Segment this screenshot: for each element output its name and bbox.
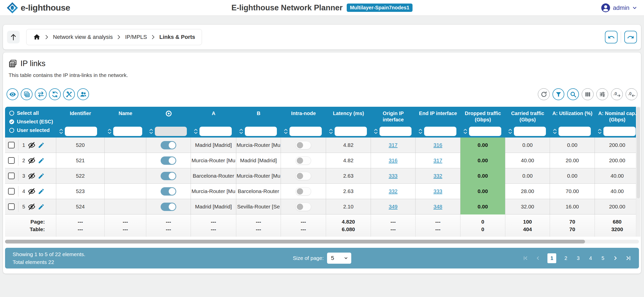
refresh-button[interactable]	[538, 88, 550, 100]
next-page-button[interactable]	[612, 255, 619, 261]
edit-pencil-icon[interactable]	[38, 173, 45, 179]
sort-control[interactable]	[194, 129, 198, 134]
column-header-name[interactable]: Name	[105, 107, 146, 138]
page-number-2[interactable]: 2	[563, 255, 569, 261]
horizontal-scrollbar[interactable]	[5, 240, 639, 244]
sort-control[interactable]	[59, 129, 63, 134]
column-header-latency[interactable]: Latency (ms)	[326, 107, 371, 138]
visible-toggle[interactable]	[161, 141, 176, 149]
vertical-scrollbar[interactable]	[636, 107, 640, 237]
column-header-origin[interactable]: Origin IP interface	[371, 107, 416, 138]
sort-control[interactable]	[108, 129, 111, 134]
origin-ip-link[interactable]: 332	[389, 188, 397, 194]
filter-input-intra[interactable]	[289, 127, 322, 136]
edit-pencil-icon[interactable]	[38, 157, 45, 164]
subtables-button[interactable]	[21, 88, 33, 100]
intra-node-toggle[interactable]	[296, 187, 311, 196]
filter-input-a[interactable]	[199, 127, 232, 136]
user-selected-option[interactable]: User selected	[9, 127, 56, 133]
sort-control[interactable]	[553, 129, 557, 134]
visible-toggle[interactable]	[161, 156, 176, 165]
end-ip-link[interactable]: 348	[433, 204, 442, 210]
sort-control[interactable]	[149, 129, 153, 134]
filter-input-nominal[interactable]	[603, 127, 636, 136]
sort-control[interactable]	[508, 129, 512, 134]
filter-input-carried[interactable]	[514, 127, 546, 136]
filter-input-util[interactable]	[559, 127, 591, 136]
table-settings-button[interactable]	[596, 88, 608, 100]
end-ip-link[interactable]: 316	[433, 142, 442, 148]
sort-control[interactable]	[284, 129, 288, 134]
show-selected-button[interactable]	[7, 88, 18, 100]
redo-button[interactable]	[624, 31, 637, 43]
filter-input-visible[interactable]	[155, 127, 187, 136]
decimal-decrease-button[interactable]: .0	[626, 88, 637, 100]
edit-pencil-icon[interactable]	[38, 142, 45, 149]
sort-control[interactable]	[329, 129, 333, 134]
origin-ip-link[interactable]: 349	[389, 204, 397, 210]
column-header-a[interactable]: A	[191, 107, 236, 138]
user-menu[interactable]: admin	[601, 3, 637, 13]
page-number-4[interactable]: 4	[588, 255, 593, 261]
column-header-visible[interactable]	[146, 107, 191, 138]
page-number-5[interactable]: 5	[600, 255, 606, 261]
hide-row-eye-off-icon[interactable]	[28, 157, 36, 165]
swap-button[interactable]	[35, 88, 47, 100]
column-header-nominal[interactable]: A: Nominal cap. (Gbps)	[595, 107, 636, 138]
hide-row-eye-off-icon[interactable]	[28, 203, 36, 211]
sort-control[interactable]	[239, 129, 243, 134]
row-checkbox[interactable]	[8, 188, 15, 195]
edit-pencil-icon[interactable]	[38, 203, 45, 210]
sort-control[interactable]	[419, 129, 422, 134]
end-ip-link[interactable]: 317	[433, 157, 442, 164]
filter-input-end[interactable]	[424, 127, 456, 136]
first-page-button[interactable]	[523, 255, 528, 261]
filter-input-identifier[interactable]	[65, 127, 97, 136]
row-checkbox[interactable]	[8, 203, 15, 210]
unselect-option[interactable]: Unselect (ESC)	[9, 119, 56, 125]
visible-toggle[interactable]	[161, 203, 176, 211]
hide-row-eye-off-icon[interactable]	[28, 187, 36, 195]
visible-toggle[interactable]	[161, 187, 176, 196]
page-number-3[interactable]: 3	[575, 255, 581, 261]
select-all-option[interactable]: Select all	[9, 110, 56, 116]
column-header-intra[interactable]: Intra-node	[281, 107, 326, 138]
brand-logo[interactable]: e-lighthouse	[7, 2, 70, 14]
filter-input-dropped[interactable]	[469, 127, 501, 136]
hide-row-eye-off-icon[interactable]	[28, 141, 36, 149]
row-checkbox[interactable]	[8, 142, 15, 148]
previous-page-button[interactable]	[535, 255, 541, 261]
columns-button[interactable]	[582, 88, 594, 100]
navigate-up-button[interactable]	[7, 31, 20, 43]
column-header-carried[interactable]: Carried traffic (Gbps)	[505, 107, 550, 138]
home-icon[interactable]	[33, 33, 41, 41]
intra-node-toggle[interactable]	[296, 141, 311, 149]
filter-input-b[interactable]	[245, 127, 277, 136]
origin-ip-link[interactable]: 333	[389, 173, 397, 179]
column-header-end[interactable]: End IP interface	[416, 107, 460, 138]
intra-node-toggle[interactable]	[296, 172, 311, 180]
column-header-dropped[interactable]: Dropped traffic (Gbps)	[460, 107, 505, 138]
filter-input-origin[interactable]	[379, 127, 412, 136]
recompute-button[interactable]	[49, 88, 61, 100]
breadcrumb-item[interactable]: IP/MPLS	[125, 34, 147, 40]
design-badge[interactable]: Multilayer-Spain7nodes1	[347, 4, 413, 12]
row-checkbox[interactable]	[8, 157, 15, 164]
origin-ip-link[interactable]: 316	[389, 157, 397, 164]
decimal-increase-button[interactable]: .0	[611, 88, 623, 100]
row-checkbox[interactable]	[8, 173, 15, 179]
filter-input-latency[interactable]	[335, 127, 367, 136]
intra-node-toggle[interactable]	[296, 156, 311, 165]
tools-button[interactable]	[63, 88, 75, 100]
edit-pencil-icon[interactable]	[38, 188, 45, 195]
intra-node-toggle[interactable]	[296, 203, 311, 211]
sort-control[interactable]	[598, 129, 602, 134]
page-number-1[interactable]: 1	[547, 253, 556, 263]
search-button[interactable]	[567, 88, 579, 100]
hide-row-eye-off-icon[interactable]	[28, 172, 36, 180]
scrollbar-thumb[interactable]	[5, 240, 585, 244]
end-ip-link[interactable]: 333	[433, 188, 442, 194]
page-size-select[interactable]: 5	[327, 253, 351, 264]
column-header-b[interactable]: B	[236, 107, 281, 138]
visible-toggle[interactable]	[161, 172, 176, 180]
